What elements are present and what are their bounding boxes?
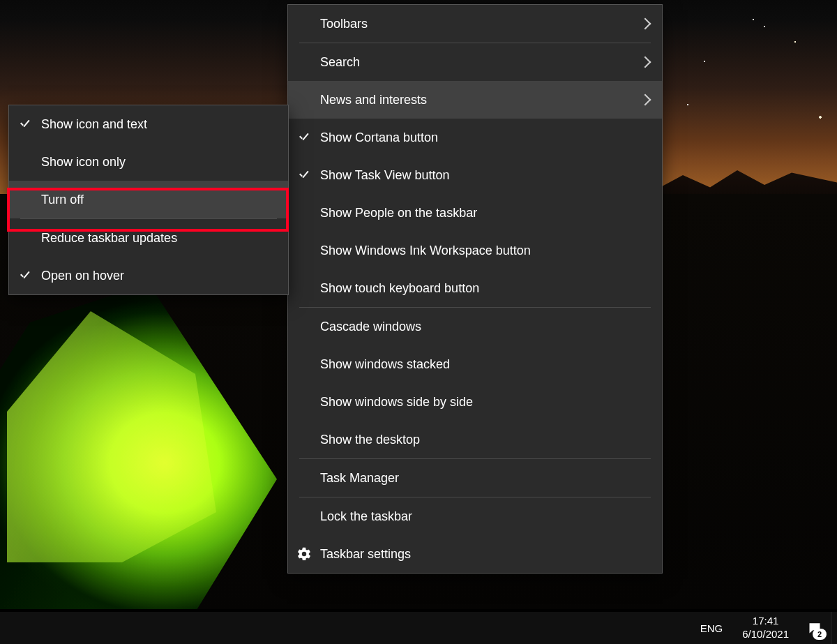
language-indicator[interactable]: ENG [691, 612, 733, 644]
menu-item-label: Open on hover [41, 269, 124, 283]
menu-item-label: Reduce taskbar updates [41, 231, 177, 246]
menu-item-search[interactable]: Search [288, 43, 662, 81]
menu-item-label: Turn off [41, 193, 84, 207]
menu-item-label: Taskbar settings [320, 547, 411, 562]
taskbar-context-menu: Toolbars Search News and interests Show … [287, 4, 663, 574]
menu-item-label: Search [320, 55, 360, 70]
menu-item-label: Show windows stacked [320, 357, 450, 372]
show-desktop-button[interactable] [831, 612, 837, 644]
chevron-right-icon [640, 94, 651, 106]
menu-item-show-the-desktop[interactable]: Show the desktop [288, 421, 662, 458]
menu-item-cascade-windows[interactable]: Cascade windows [288, 308, 662, 345]
desktop: Toolbars Search News and interests Show … [0, 0, 837, 644]
menu-item-label: Lock the taskbar [320, 509, 412, 524]
menu-item-taskbar-settings[interactable]: Taskbar settings [288, 535, 662, 573]
menu-item-label: Toolbars [320, 17, 368, 31]
menu-item-label: News and interests [320, 93, 427, 107]
menu-item-toolbars[interactable]: Toolbars [288, 5, 662, 43]
language-label: ENG [700, 622, 723, 634]
clock-date: 6/10/2021 [742, 628, 789, 641]
menu-item-label: Show Cortana button [320, 130, 438, 145]
menu-item-label: Show Task View button [320, 168, 449, 183]
menu-item-show-cortana-button[interactable]: Show Cortana button [288, 119, 662, 156]
menu-item-label: Show touch keyboard button [320, 281, 479, 296]
menu-item-label: Show icon and text [41, 117, 147, 132]
wallpaper-tent [0, 283, 287, 610]
chevron-right-icon [640, 57, 651, 68]
submenu-item-turn-off[interactable]: Turn off [9, 181, 288, 218]
clock-time: 17:41 [742, 615, 789, 628]
check-icon [298, 131, 310, 144]
system-clock[interactable]: 17:41 6/10/2021 [732, 612, 799, 644]
menu-item-show-windows-side-by-side[interactable]: Show windows side by side [288, 383, 662, 421]
menu-item-label: Cascade windows [320, 320, 421, 334]
menu-item-show-ink-workspace[interactable]: Show Windows Ink Workspace button [288, 232, 662, 269]
notification-badge: 2 [813, 629, 827, 640]
taskbar[interactable]: ENG 17:41 6/10/2021 2 [0, 612, 837, 644]
submenu-item-reduce-taskbar-updates[interactable]: Reduce taskbar updates [9, 219, 288, 257]
menu-item-show-task-view-button[interactable]: Show Task View button [288, 156, 662, 194]
submenu-item-show-icon-only[interactable]: Show icon only [9, 143, 288, 181]
menu-item-show-windows-stacked[interactable]: Show windows stacked [288, 345, 662, 383]
action-center-button[interactable]: 2 [799, 612, 831, 644]
menu-item-label: Task Manager [320, 471, 399, 486]
check-icon [19, 269, 31, 282]
check-icon [19, 118, 31, 130]
news-and-interests-submenu: Show icon and text Show icon only Turn o… [8, 105, 289, 295]
menu-item-label: Show windows side by side [320, 395, 473, 410]
menu-item-show-touch-keyboard[interactable]: Show touch keyboard button [288, 269, 662, 307]
menu-item-news-and-interests[interactable]: News and interests [288, 81, 662, 119]
submenu-item-open-on-hover[interactable]: Open on hover [9, 257, 288, 294]
menu-item-lock-the-taskbar[interactable]: Lock the taskbar [288, 497, 662, 535]
menu-item-label: Show Windows Ink Workspace button [320, 244, 531, 258]
chevron-right-icon [640, 18, 651, 30]
menu-item-show-people[interactable]: Show People on the taskbar [288, 194, 662, 232]
menu-item-task-manager[interactable]: Task Manager [288, 459, 662, 497]
submenu-item-show-icon-and-text[interactable]: Show icon and text [9, 105, 288, 143]
gear-icon [296, 546, 312, 562]
check-icon [298, 169, 310, 181]
menu-item-label: Show the desktop [320, 433, 420, 447]
menu-item-label: Show People on the taskbar [320, 206, 477, 220]
menu-item-label: Show icon only [41, 155, 126, 170]
